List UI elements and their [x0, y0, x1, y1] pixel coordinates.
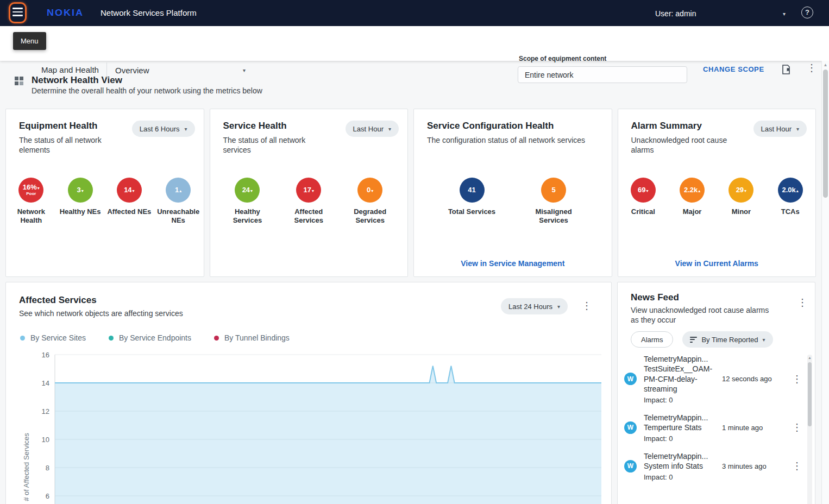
svg-text:6: 6 — [46, 492, 49, 500]
toolbar-kebab-menu[interactable]: ⋮ — [807, 63, 817, 73]
help-button[interactable]: ? — [801, 7, 813, 18]
page-subtitle: Determine the overall health of your net… — [32, 86, 262, 95]
time-filter-dropdown[interactable]: Last Hour▾ — [753, 121, 807, 137]
news-feed-panel: News Feed ⋮ View unacknowledged root cau… — [617, 282, 815, 504]
item-kebab-menu[interactable]: ⋮ — [792, 374, 802, 384]
card-title: Service Configuration Health — [427, 121, 585, 131]
metric-tcas[interactable]: 2.0k▴ TCAs — [767, 178, 814, 216]
metric-affected-nes[interactable]: 14▾ Affected NEs — [105, 178, 153, 225]
time-filter-dropdown[interactable]: Last Hour▾ — [346, 121, 399, 137]
alarm-detail: System info Stats — [644, 461, 714, 471]
metric-minor-alarms[interactable]: 29▾ Minor — [717, 178, 765, 216]
menu-button[interactable] — [12, 8, 24, 18]
metric-healthy-services[interactable]: 24▾ Healthy Services — [223, 178, 271, 225]
legend-by-tunnel-bindings[interactable]: By Tunnel Bindings — [214, 333, 290, 342]
app-title: Network Services Platform — [101, 8, 197, 17]
metric-healthy-nes[interactable]: 3▾ Healthy NEs — [56, 178, 104, 225]
panel-kebab-menu[interactable]: ⋮ — [797, 298, 807, 307]
alarm-detail: TestSuiteEx__OAM-PM-CFM-delay-streaming — [644, 364, 714, 394]
time-filter-dropdown[interactable]: Last 24 Hours▾ — [501, 298, 568, 314]
kpi-circle: 41 — [460, 178, 485, 203]
user-menu[interactable]: User: admin ▾ — [655, 7, 786, 20]
panel-subtitle: View unacknowledged root cause alarms as… — [631, 305, 775, 325]
view-in-service-management-link[interactable]: View in Service Management — [414, 259, 612, 268]
legend-dot — [20, 336, 25, 341]
svg-text:10: 10 — [42, 436, 49, 444]
alarms-filter-chip[interactable]: Alarms — [631, 331, 673, 348]
time-filter-dropdown[interactable]: Last 6 Hours▾ — [132, 121, 195, 137]
card-subtitle: The configuration status of all network … — [427, 135, 585, 145]
scope-label: Scope of equipment content — [519, 55, 606, 62]
nav-map-and-health[interactable]: Map and Health — [41, 65, 99, 74]
metric-major-alarms[interactable]: 2.2k▴ Major — [668, 178, 716, 216]
metric-total-services[interactable]: 41 Total Services — [448, 178, 496, 225]
legend-by-service-endpoints[interactable]: By Service Endpoints — [109, 333, 191, 342]
alarm-detail: Temperture Stats — [644, 423, 714, 432]
svg-text:14: 14 — [42, 379, 49, 387]
scroll-up-icon[interactable]: ▲ — [807, 356, 812, 360]
item-kebab-menu[interactable]: ⋮ — [792, 423, 802, 432]
legend-by-service-sites[interactable]: By Service Sites — [20, 333, 86, 342]
panel-kebab-menu[interactable]: ⋮ — [582, 301, 592, 311]
kpi-circle: 69▾ — [631, 178, 656, 203]
metric-critical-alarms[interactable]: 69▾ Critical — [619, 178, 667, 216]
metric-unreachable-nes[interactable]: 1▴ Unreachable NEs — [154, 178, 202, 225]
warning-severity-badge: W — [624, 373, 637, 385]
legend-dot — [109, 336, 114, 341]
kpi-circle: 16%▾ Poor — [18, 178, 43, 203]
equipment-report-icon[interactable] — [781, 64, 792, 77]
card-subtitle: The status of all network elements — [19, 135, 122, 155]
card-title: Alarm Summary — [631, 121, 734, 131]
news-item[interactable]: W TelemetryMappin... System info Stats I… — [624, 451, 802, 481]
divider — [106, 62, 107, 78]
svg-text:12: 12 — [42, 407, 49, 415]
metric-degraded-services[interactable]: 0▾ Degraded Services — [346, 178, 394, 225]
svg-text:8: 8 — [46, 464, 49, 472]
trend-icon: ▾ — [133, 189, 135, 193]
page-scrollbar[interactable]: ▲ — [821, 61, 829, 504]
metric-network-health[interactable]: 16%▾ Poor Network Health — [7, 178, 55, 225]
trend-icon: ▾ — [37, 186, 40, 191]
alarm-impact: Impact: 0 — [644, 434, 714, 443]
user-label: User: admin — [655, 9, 696, 18]
service-configuration-health-card: Service Configuration Health The configu… — [413, 109, 612, 277]
equipment-health-card: Equipment Health The status of all netwo… — [5, 109, 204, 277]
scroll-up-icon[interactable]: ▲ — [822, 62, 829, 67]
chevron-down-icon: ▾ — [243, 67, 246, 73]
view-in-current-alarms-link[interactable]: View in Current Alarms — [618, 259, 816, 268]
view-selector-dropdown[interactable]: Overview ▾ — [115, 62, 246, 78]
chart-legend: By Service Sites By Service Endpoints By… — [20, 333, 290, 342]
app-header: NOKIA Network Services Platform User: ad… — [0, 0, 829, 26]
kpi-circle: 17▾ — [296, 178, 321, 203]
chevron-down-icon: ▾ — [388, 126, 391, 132]
news-item[interactable]: W TelemetryMappin... Temperture Stats Im… — [624, 413, 802, 443]
chevron-down-icon: ▾ — [763, 337, 765, 343]
alarm-impact: Impact: 0 — [644, 396, 714, 404]
scope-input[interactable] — [518, 66, 687, 83]
screen: NOKIA Network Services Platform User: ad… — [0, 0, 829, 504]
alarm-impact: Impact: 0 — [644, 473, 714, 481]
trend-icon: ▾ — [646, 189, 649, 193]
scrollbar-thumb[interactable] — [823, 70, 828, 198]
trend-icon: ▾ — [250, 189, 253, 193]
kpi-circle: 29▾ — [728, 178, 753, 203]
metric-affected-services[interactable]: 17▾ Affected Services — [285, 178, 332, 225]
news-item[interactable]: W TelemetryMappin... TestSuiteEx__OAM-PM… — [624, 354, 802, 404]
chevron-down-icon: ▾ — [184, 126, 187, 132]
change-scope-button[interactable]: CHANGE SCOPE — [703, 65, 764, 73]
news-feed-scrollbar[interactable]: ▲ — [807, 355, 812, 504]
affected-services-chart: 1614121086# of Affected Services — [6, 346, 612, 504]
kpi-circle: 3▾ — [68, 178, 93, 203]
metric-misaligned-services[interactable]: 5 Misaligned Services — [530, 178, 577, 225]
item-kebab-menu[interactable]: ⋮ — [792, 461, 802, 471]
page-title: Network Health View — [32, 75, 122, 86]
sort-by-dropdown[interactable]: By Time Reported ▾ — [682, 331, 773, 348]
view-selector-value: Overview — [115, 66, 149, 75]
trend-icon: ▴ — [698, 189, 700, 193]
alarm-summary-card: Alarm Summary Unacknowledged root cause … — [618, 109, 817, 277]
affected-services-panel: Affected Services See which network obje… — [5, 282, 612, 504]
scrollbar-thumb[interactable] — [808, 362, 812, 426]
trend-icon: ▴ — [796, 189, 799, 193]
trend-icon: ▾ — [744, 189, 746, 193]
chevron-down-icon: ▾ — [783, 11, 786, 17]
